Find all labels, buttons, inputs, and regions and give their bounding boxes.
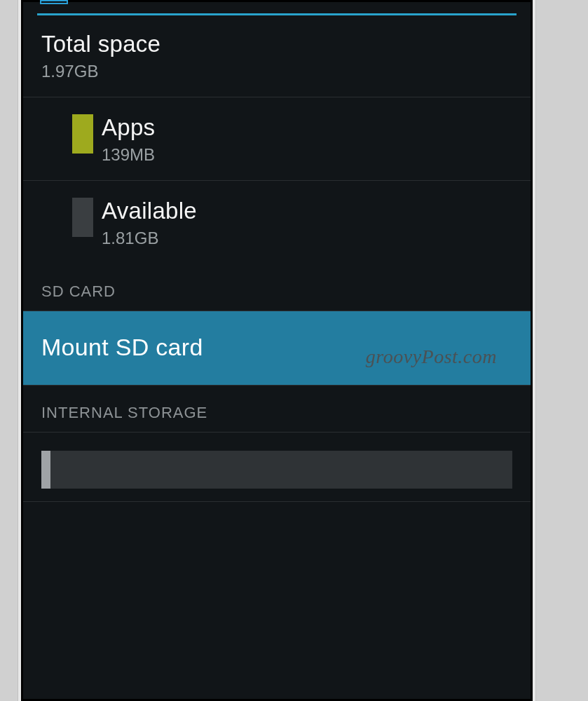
apps-label: Apps xyxy=(102,114,512,141)
sd-card-section-header: SD CARD xyxy=(23,264,531,311)
total-space-value: 1.97GB xyxy=(41,62,512,81)
available-label: Available xyxy=(102,198,512,224)
mount-sd-card-button[interactable]: Mount SD card xyxy=(23,311,531,386)
mount-sd-card-label: Mount SD card xyxy=(41,334,512,361)
internal-storage-used-segment xyxy=(41,451,50,489)
header-app-icon xyxy=(40,0,68,4)
available-value: 1.81GB xyxy=(102,229,512,248)
total-space-row[interactable]: Total space 1.97GB xyxy=(23,15,531,97)
available-row[interactable]: Available 1.81GB xyxy=(23,181,531,264)
apps-value: 139MB xyxy=(102,145,512,165)
internal-storage-bar xyxy=(41,451,512,489)
storage-settings-screen: Total space 1.97GB Apps 139MB Available … xyxy=(21,0,533,701)
total-space-label: Total space xyxy=(41,31,512,57)
internal-storage-bar-row[interactable] xyxy=(23,433,531,502)
available-color-swatch xyxy=(72,198,93,237)
header-bar xyxy=(23,2,531,8)
apps-color-swatch xyxy=(72,114,93,154)
storage-list: Total space 1.97GB Apps 139MB Available … xyxy=(23,15,531,502)
internal-storage-section-header: INTERNAL STORAGE xyxy=(23,386,531,433)
apps-row[interactable]: Apps 139MB xyxy=(23,97,531,181)
